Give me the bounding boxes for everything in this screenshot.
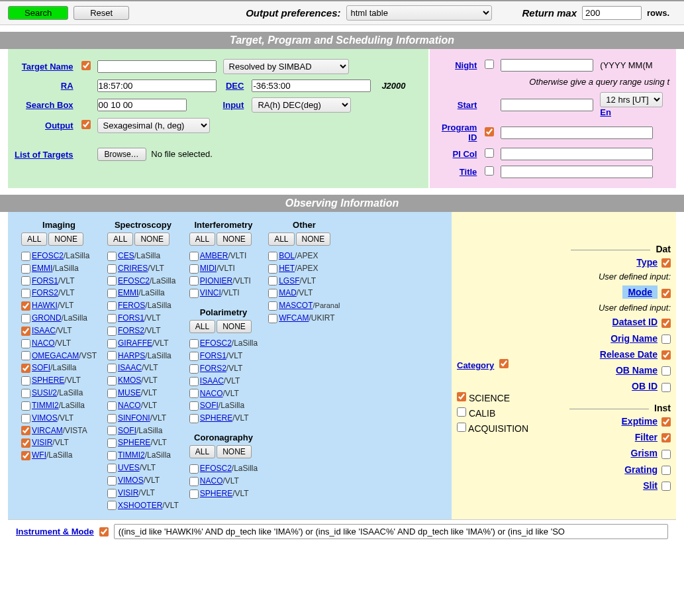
- output-check[interactable]: [81, 120, 91, 129]
- night-link[interactable]: Night: [455, 60, 477, 70]
- imaging-none-button[interactable]: NONE: [48, 232, 83, 246]
- start-tz-select[interactable]: 12 hrs [UT]: [600, 92, 663, 107]
- inst-check[interactable]: [189, 489, 199, 499]
- search-box-input[interactable]: [97, 99, 187, 111]
- inst-link[interactable]: SINFONI: [118, 413, 150, 423]
- grating-check[interactable]: [661, 466, 671, 475]
- target-name-link[interactable]: Target Name: [22, 62, 73, 72]
- dataset-id-link[interactable]: Dataset ID: [612, 317, 658, 327]
- resolver-select[interactable]: Resolved by SIMBAD: [223, 59, 349, 74]
- ob-id-link[interactable]: OB ID: [632, 381, 658, 391]
- inst-link[interactable]: VIMOS: [32, 413, 58, 423]
- inst-check[interactable]: [21, 376, 30, 385]
- slit-link[interactable]: Slit: [643, 480, 658, 491]
- inst-link[interactable]: MASCOT: [279, 301, 313, 310]
- slit-check[interactable]: [661, 482, 671, 491]
- inst-link[interactable]: MUSE: [118, 388, 141, 397]
- coronagraphy-all-button[interactable]: ALL: [189, 445, 215, 458]
- pi-coi-check[interactable]: [485, 148, 494, 158]
- grism-link[interactable]: Grism: [631, 448, 658, 458]
- dec-input[interactable]: [252, 79, 371, 92]
- inst-check[interactable]: [189, 464, 199, 474]
- input-link[interactable]: Input: [223, 100, 244, 110]
- output-format-select[interactable]: Sexagesimal (h, deg): [97, 118, 210, 133]
- inst-check[interactable]: [21, 438, 30, 448]
- reset-button[interactable]: Reset: [73, 6, 129, 20]
- inst-link[interactable]: WFCAM: [279, 313, 309, 323]
- pi-coi-input[interactable]: [501, 148, 653, 160]
- inst-check[interactable]: [21, 264, 30, 274]
- inst-link[interactable]: CRIRES: [118, 264, 148, 273]
- inst-check[interactable]: [107, 464, 117, 473]
- inst-link[interactable]: SOFI: [32, 363, 50, 372]
- target-name-check[interactable]: [81, 61, 91, 70]
- inst-check[interactable]: [107, 252, 117, 261]
- inst-check[interactable]: [189, 401, 199, 411]
- interferometry-none-button[interactable]: NONE: [217, 232, 252, 246]
- inst-link[interactable]: NACO: [118, 401, 141, 410]
- inst-link[interactable]: OMEGACAM: [32, 351, 79, 360]
- inst-link[interactable]: XSHOOTER: [118, 501, 162, 510]
- target-name-input[interactable]: [97, 60, 217, 73]
- inst-link[interactable]: GIRAFFE: [118, 338, 152, 348]
- ra-input[interactable]: [97, 79, 217, 92]
- inst-check[interactable]: [21, 401, 30, 411]
- imaging-all-button[interactable]: ALL: [21, 232, 47, 246]
- inst-link[interactable]: FORS1: [32, 276, 58, 285]
- browse-button[interactable]: Browse…: [97, 148, 146, 161]
- inst-check[interactable]: [107, 476, 117, 486]
- inst-check[interactable]: [21, 414, 30, 423]
- inst-link[interactable]: HET: [279, 264, 295, 273]
- inst-check[interactable]: [21, 301, 30, 311]
- ra-link[interactable]: RA: [61, 81, 73, 91]
- inst-link[interactable]: VIMOS: [118, 476, 144, 485]
- inst-check[interactable]: [107, 339, 117, 348]
- exptime-check[interactable]: [661, 417, 671, 427]
- inst-check[interactable]: [107, 276, 117, 285]
- inst-link[interactable]: PIONIER: [200, 276, 232, 285]
- inst-check[interactable]: [21, 289, 30, 298]
- inst-check[interactable]: [189, 389, 199, 398]
- inst-link[interactable]: EFOSC2: [200, 338, 232, 348]
- inst-check[interactable]: [107, 401, 117, 411]
- program-id-check[interactable]: [485, 127, 494, 136]
- orig-name-check[interactable]: [661, 334, 671, 344]
- inst-check[interactable]: [189, 252, 199, 261]
- inst-check[interactable]: [189, 414, 199, 423]
- inst-check[interactable]: [21, 451, 30, 460]
- inst-link[interactable]: TIMMI2: [32, 401, 59, 410]
- inst-check[interactable]: [268, 301, 277, 311]
- inst-link[interactable]: VIRCAM: [32, 426, 63, 435]
- inst-check[interactable]: [107, 376, 117, 385]
- inst-link[interactable]: VINCI: [200, 288, 221, 297]
- inst-link[interactable]: SPHERE: [118, 438, 150, 447]
- inst-check[interactable]: [268, 264, 277, 274]
- inst-link[interactable]: BOL: [279, 251, 295, 260]
- ob-name-link[interactable]: OB Name: [616, 365, 658, 376]
- dec-link[interactable]: DEC: [226, 81, 244, 91]
- title-input[interactable]: [501, 166, 653, 178]
- inst-link[interactable]: NACO: [200, 389, 223, 398]
- interferometry-all-button[interactable]: ALL: [189, 232, 215, 246]
- inst-link[interactable]: UVES: [118, 463, 140, 472]
- category-check[interactable]: [499, 359, 509, 368]
- inst-check[interactable]: [21, 426, 30, 435]
- inst-check[interactable]: [107, 438, 117, 448]
- inst-check[interactable]: [107, 289, 117, 298]
- inst-link[interactable]: FORS1: [200, 351, 226, 360]
- mode-check[interactable]: [661, 289, 671, 298]
- list-targets-link[interactable]: List of Targets: [15, 150, 73, 160]
- inst-check[interactable]: [107, 489, 117, 498]
- inst-link[interactable]: FORS1: [118, 313, 144, 323]
- inst-link[interactable]: EFOSC2: [200, 464, 232, 473]
- inst-check[interactable]: [268, 314, 277, 323]
- inst-check[interactable]: [21, 364, 30, 373]
- exptime-link[interactable]: Exptime: [622, 416, 658, 427]
- inst-check[interactable]: [21, 389, 30, 398]
- inst-link[interactable]: GROND: [32, 313, 62, 323]
- program-id-input[interactable]: [501, 127, 653, 139]
- inst-check[interactable]: [189, 364, 199, 374]
- inst-check[interactable]: [107, 364, 117, 373]
- category-item-check[interactable]: [457, 407, 466, 417]
- end-link[interactable]: En: [600, 107, 611, 117]
